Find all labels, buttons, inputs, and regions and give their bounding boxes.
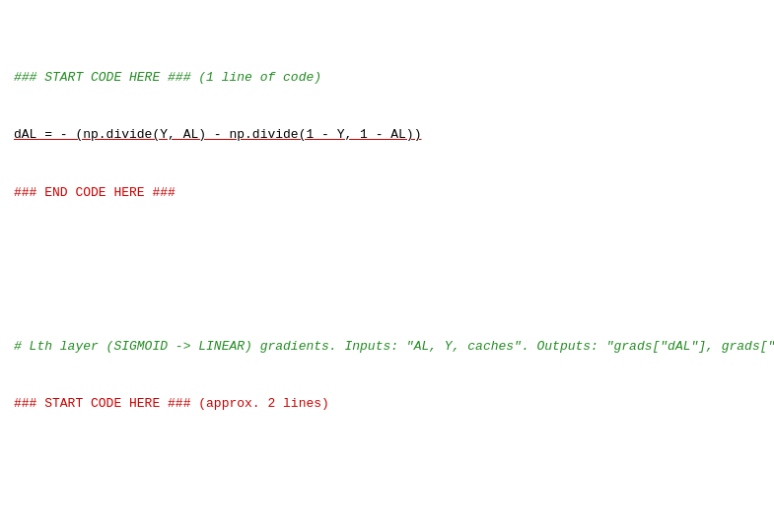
line-blank-1: [14, 260, 760, 280]
line-blank-2: [14, 471, 760, 491]
code-dal: dAL = - (np.divide(Y, AL) - np.divide(1 …: [14, 127, 421, 142]
line-2: dAL = - (np.divide(Y, AL) - np.divide(1 …: [14, 125, 760, 145]
comment-start-2: ### START CODE HERE ### (approx. 2 lines…: [14, 396, 329, 411]
comment-start-1: ### START CODE HERE ### (1 line of code): [14, 70, 321, 85]
line-1: ### START CODE HERE ### (1 line of code): [14, 68, 760, 88]
comment-lth-layer: # Lth layer (SIGMOID -> LINEAR) gradient…: [14, 339, 774, 354]
comment-end-1: ### END CODE HERE ###: [14, 185, 176, 200]
line-4: # Lth layer (SIGMOID -> LINEAR) gradient…: [14, 337, 760, 357]
code-editor: ### START CODE HERE ### (1 line of code)…: [14, 10, 760, 532]
line-5: ### START CODE HERE ### (approx. 2 lines…: [14, 394, 760, 414]
line-3: ### END CODE HERE ###: [14, 183, 760, 203]
